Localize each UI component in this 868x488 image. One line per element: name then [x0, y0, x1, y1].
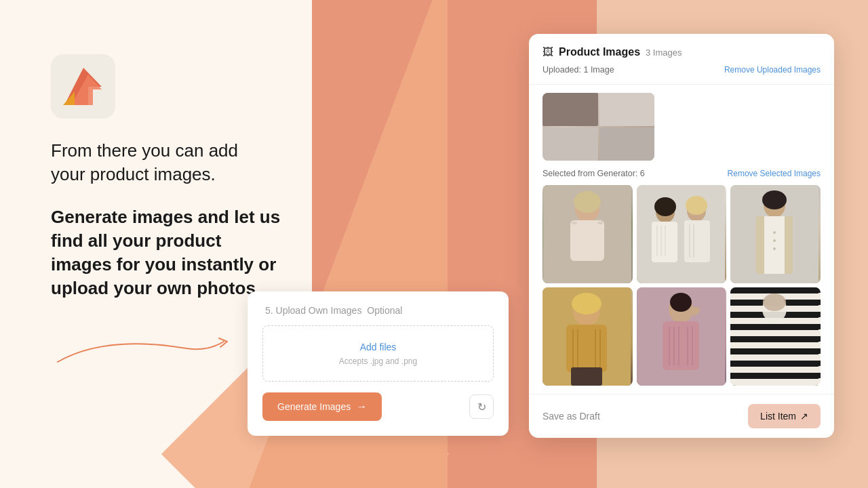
svg-point-57 [763, 293, 786, 311]
add-files-link[interactable]: Add files [360, 342, 397, 352]
panel-header: 🖼 Product Images 3 Images Uploaded: 1 Im… [529, 34, 834, 85]
list-item-icon: ↗ [800, 411, 808, 422]
generate-arrow-icon: → [356, 401, 367, 413]
svg-rect-55 [730, 373, 818, 379]
sweater-s3 [542, 127, 598, 161]
panel-count: 3 Images [646, 47, 682, 58]
generated-image-1 [542, 185, 633, 283]
product-images-panel: 🖼 Product Images 3 Images Uploaded: 1 Im… [529, 34, 834, 438]
remove-uploaded-link[interactable]: Remove Uploaded Images [724, 65, 821, 75]
decorative-arrow [51, 328, 234, 371]
svg-point-25 [773, 231, 776, 234]
tagline: From there you can add your product imag… [51, 139, 268, 186]
remove-selected-link[interactable]: Remove Selected Images [728, 169, 821, 178]
generator-count-label: Selected from Generator: 6 [542, 169, 645, 178]
svg-point-22 [762, 190, 787, 209]
generated-image-6 [730, 287, 821, 386]
svg-rect-48 [730, 287, 818, 293]
svg-rect-36 [571, 367, 602, 386]
sweater-stack-image [542, 93, 654, 161]
svg-point-39 [670, 293, 692, 312]
upload-card: 5. Upload Own Images Optional Add files … [248, 291, 509, 436]
svg-point-12 [686, 196, 707, 215]
tagline-bold: Generate images and let us find all your… [51, 205, 281, 300]
generator-image-grid-top [542, 185, 821, 283]
panel-title-row: 🖼 Product Images 3 Images [542, 46, 821, 58]
generated-image-3 [730, 185, 821, 283]
svg-rect-24 [764, 216, 785, 274]
sweater-s4 [599, 127, 655, 161]
upload-card-title: 5. Upload Own Images Optional [262, 305, 494, 316]
svg-rect-13 [652, 222, 677, 262]
refresh-icon: ↻ [477, 401, 486, 413]
uploaded-count-label: Uploaded: 1 Image [542, 65, 614, 75]
upload-dropzone[interactable]: Add files Accepts .jpg and .png [262, 325, 494, 382]
generator-section: Selected from Generator: 6 Remove Select… [529, 169, 834, 394]
svg-rect-7 [597, 222, 603, 224]
list-item-label: List Item [760, 411, 796, 422]
upload-card-footer: Generate Images → ↻ [262, 392, 494, 421]
svg-point-30 [572, 293, 601, 314]
upload-title-text: 5. Upload Own Images [265, 305, 361, 316]
sweater-s1 [542, 93, 598, 126]
generator-image-grid-bottom [542, 287, 821, 386]
svg-point-4 [574, 191, 601, 213]
logo [51, 54, 115, 119]
generate-button-label: Generate Images [277, 401, 351, 412]
generator-sub-row: Selected from Generator: 6 Remove Select… [542, 169, 821, 178]
save-draft-button[interactable]: Save as Draft [542, 411, 600, 422]
svg-point-27 [773, 247, 776, 250]
panel-icon: 🖼 [542, 46, 553, 58]
list-item-button[interactable]: List Item ↗ [748, 404, 821, 428]
panel-footer: Save as Draft List Item ↗ [529, 394, 834, 438]
uploaded-image [542, 93, 654, 161]
svg-point-11 [654, 197, 676, 216]
left-content: From there you can add your product imag… [51, 54, 281, 371]
generated-image-5 [637, 287, 727, 386]
generated-image-4 [542, 287, 633, 386]
svg-rect-41 [663, 321, 699, 370]
generate-images-button[interactable]: Generate Images → [262, 392, 382, 421]
svg-rect-5 [570, 220, 604, 261]
uploaded-section [529, 85, 834, 169]
svg-rect-6 [572, 222, 577, 224]
svg-rect-14 [684, 220, 710, 262]
panel-uploaded-row: Uploaded: 1 Image Remove Uploaded Images [542, 65, 821, 75]
panel-title: Product Images [559, 46, 640, 58]
svg-rect-58 [757, 321, 791, 370]
file-types-label: Accepts .jpg and .png [274, 357, 482, 366]
svg-rect-8 [637, 185, 725, 283]
generated-image-2 [637, 185, 727, 283]
upload-optional-label: Optional [367, 305, 402, 316]
svg-point-26 [773, 239, 776, 242]
refresh-button[interactable]: ↻ [469, 394, 494, 419]
sweater-s2 [599, 93, 655, 126]
